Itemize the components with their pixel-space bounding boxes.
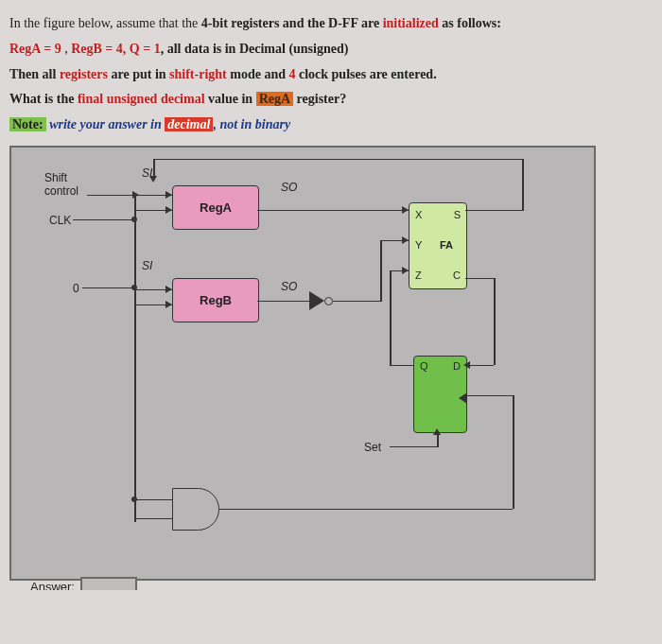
q-init: , Q = 1 <box>123 42 161 56</box>
q-text: Then all <box>9 67 60 81</box>
d-flipflop: Q D <box>413 356 467 433</box>
question-text: In the figure below, assume that the 4-b… <box>9 12 653 136</box>
dff-d: D <box>453 360 461 372</box>
zero-label: 0 <box>73 282 79 295</box>
note-text: , not in binary <box>213 117 290 131</box>
fa-label: FA <box>440 239 453 251</box>
fa-s: S <box>454 209 461 220</box>
note-text: write your answer in <box>46 117 166 131</box>
q-text: initialized <box>383 16 439 30</box>
q-text: registers <box>60 67 108 81</box>
q-text: final unsigned decimal <box>78 92 205 106</box>
fa-z: Z <box>415 270 422 281</box>
set-label: Set <box>364 441 381 454</box>
q-text: are put in <box>108 67 169 81</box>
q-text: 4-bit registers and the D-FF are <box>201 16 383 30</box>
q-text: mode and <box>227 67 289 81</box>
so-a-label: SO <box>281 181 297 194</box>
fa-c: C <box>453 270 461 281</box>
clk-label: CLK <box>49 214 71 227</box>
circuit-diagram: RegA RegB X Y Z FA S C Q D Shift control… <box>9 146 596 581</box>
answer-label: Answer: <box>30 580 75 590</box>
q-text: as follows: <box>439 16 501 30</box>
answer-row: Answer: <box>30 577 575 590</box>
q-text: RegA <box>259 92 290 106</box>
note-label: Note: <box>12 117 44 131</box>
q-text: register? <box>293 92 346 106</box>
q-text: , all data is in Decimal (unsigned) <box>161 42 349 56</box>
q-text: shift-right <box>169 67 227 81</box>
note-text: decimal <box>167 117 210 131</box>
shift-control-label: Shift control <box>44 171 92 198</box>
so-b-label: SO <box>281 280 297 293</box>
rega-init: RegA = 9 <box>9 42 61 56</box>
full-adder: X Y Z FA S C <box>409 202 467 289</box>
q-text: value in <box>205 92 256 106</box>
and-gate <box>172 488 219 531</box>
dff-q: Q <box>420 360 428 372</box>
fa-x: X <box>415 209 422 220</box>
register-a: RegA <box>172 185 259 230</box>
register-b: RegB <box>172 278 259 322</box>
q-text: clock pulses are entered. <box>295 67 436 81</box>
q-text: What is the <box>9 92 78 106</box>
clock-triangle-icon <box>459 392 467 404</box>
regb-init: RegB = 4 <box>71 42 123 56</box>
fa-y: Y <box>415 239 422 251</box>
not-gate <box>309 291 324 310</box>
q-text: In the figure below, assume that the <box>9 16 201 30</box>
answer-input[interactable] <box>80 577 137 590</box>
si-b-label: SI <box>142 259 152 272</box>
sep: , <box>61 42 72 56</box>
